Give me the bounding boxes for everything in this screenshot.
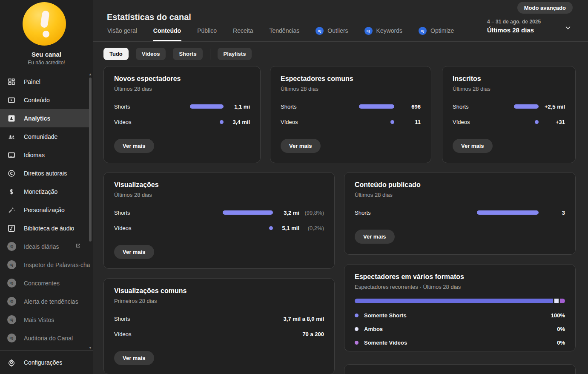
chip-label: Shorts xyxy=(179,51,196,57)
ver-mais-button[interactable]: Ver mais xyxy=(355,230,395,244)
sidebar-item-label: Conteúdo xyxy=(24,97,50,104)
legend-row: Ambos0% xyxy=(355,322,565,336)
format-filter-chips: TudoVídeosShortsPlaylists xyxy=(103,48,252,60)
dashboard-icon xyxy=(6,77,17,87)
metric-rows: Shorts3,7 mil a 8,0 milVídeos70 a 200 xyxy=(114,311,324,342)
sidebar-item-auditoria-do-canal[interactable]: IQAuditoria do Canal xyxy=(0,329,90,347)
sidebar-item-idiomas[interactable]: Idiomas xyxy=(0,146,90,164)
card-subtitle: Últimos 28 dias xyxy=(355,192,565,198)
sidebar-item-inspetor-de-palavras-chav[interactable]: IQInspetor de Palavras-chav xyxy=(0,256,90,274)
sidebar-item-painel[interactable]: Painel xyxy=(0,72,90,91)
vidiq-badge-icon: IQ xyxy=(419,27,427,35)
sidebar-item-analytics[interactable]: Analytics xyxy=(0,109,90,127)
tab-label: Optimize xyxy=(430,27,454,34)
vidiq-badge-icon: IQ xyxy=(364,27,373,35)
sidebar-item-comunidade[interactable]: Comunidade xyxy=(0,127,90,146)
metric-value: 3,4 mil xyxy=(229,119,250,125)
metric-row: Shorts3,2 mi(99,8%) xyxy=(114,205,324,220)
sidebar-item-alerta-de-tendencias[interactable]: IQAlerta de tendências xyxy=(0,292,90,311)
chip-divider xyxy=(210,49,210,60)
filter-chip-videos[interactable]: Vídeos xyxy=(136,48,166,60)
tab-keywords[interactable]: IQKeywords xyxy=(364,20,403,41)
scrollbar-thumb[interactable] xyxy=(89,78,92,242)
sidebar-item-label: Painel xyxy=(24,78,40,85)
sidebar-item-personalizacao[interactable]: Personalização xyxy=(0,201,90,219)
analytics-header: Estatísticas do canal Modo avançado Visã… xyxy=(93,0,588,42)
legend-row: Somente Shorts100% xyxy=(355,308,565,322)
vidiq-badge-icon: IQ xyxy=(316,27,324,35)
filter-chip-tudo[interactable]: Tudo xyxy=(103,48,129,60)
sidebar-item-label: Direitos autorais xyxy=(24,170,67,177)
stack-segment-somente-videos xyxy=(560,299,565,303)
card-subtitle: Espectadores recorrentes · Últimos 28 di… xyxy=(355,284,565,290)
ver-mais-button[interactable]: Ver mais xyxy=(281,139,321,153)
chevron-down-icon[interactable] xyxy=(563,23,573,34)
metric-label: Shorts xyxy=(281,104,297,110)
filter-chip-playlists[interactable]: Playlists xyxy=(218,48,252,60)
legend-dot xyxy=(355,314,359,317)
ver-mais-button[interactable]: Ver mais xyxy=(453,139,493,153)
chip-label: Playlists xyxy=(224,51,246,57)
advanced-mode-button[interactable]: Modo avançado xyxy=(517,2,573,14)
vidiq-badge-icon: IQ xyxy=(6,242,17,252)
sidebar-item-label: Configurações xyxy=(24,359,62,366)
scroll-up-icon[interactable]: ▲ xyxy=(88,72,93,77)
tab-outliers[interactable]: IQOutliers xyxy=(315,20,348,41)
content-icon xyxy=(6,95,17,105)
filter-chip-shorts[interactable]: Shorts xyxy=(173,48,202,60)
metric-value: 11 xyxy=(399,119,421,125)
sidebar-item-settings[interactable]: Configurações xyxy=(0,350,93,374)
card-new-viewers: Novos espectadoresÚltimos 28 diasShorts1… xyxy=(103,66,261,163)
legend-value: 0% xyxy=(557,339,565,346)
metric-row: Shorts3,7 mil a 8,0 mil xyxy=(114,311,324,326)
metric-dot xyxy=(269,226,273,230)
tab-receita[interactable]: Receita xyxy=(232,20,253,41)
card-subtitle: Últimos 28 dias xyxy=(453,86,565,92)
vidiq-badge-icon: IQ xyxy=(6,315,17,325)
metric-row: Vídeos3,4 mil xyxy=(114,114,250,129)
sidebar-item-ideais-diarias[interactable]: IQIdeais diárias xyxy=(0,237,90,256)
metric-label: Vídeos xyxy=(114,331,131,337)
monetization-icon xyxy=(6,187,17,197)
tab-optimize[interactable]: IQOptimize xyxy=(418,20,454,41)
channel-avatar[interactable] xyxy=(23,2,66,46)
ver-mais-button[interactable]: Ver mais xyxy=(114,245,154,259)
sidebar-item-label: Monetização xyxy=(24,188,57,195)
metric-rows: Shorts1,1 miVídeos3,4 mil xyxy=(114,99,250,129)
metric-row: Shorts696 xyxy=(281,99,421,114)
sidebar-item-biblioteca-de-audio[interactable]: Biblioteca de áudio xyxy=(0,219,90,237)
metric-label: Shorts xyxy=(114,210,130,216)
tab-visao-geral[interactable]: Visão geral xyxy=(107,20,138,41)
date-range-picker[interactable]: 4 – 31 de ago. de 2025 Últimos 28 dias xyxy=(487,19,541,34)
sidebar-item-mais-vistos[interactable]: IQMais Vistos xyxy=(0,311,90,329)
sidebar-item-concorrentes[interactable]: IQConcorrentes xyxy=(0,274,90,292)
exclamation-dot-icon xyxy=(42,30,50,38)
tab-label: Tendências xyxy=(270,27,300,34)
metric-value: 5,1 mil xyxy=(278,225,299,231)
scroll-down-icon[interactable]: ▼ xyxy=(88,346,93,350)
sidebar-item-conteudo[interactable]: Conteúdo xyxy=(0,91,90,109)
sidebar-scrollbar[interactable]: ▲ ▼ xyxy=(88,72,93,350)
vidiq-badge-icon: IQ xyxy=(6,278,17,288)
ver-mais-button[interactable]: Ver mais xyxy=(114,139,154,153)
vidiq-badge-icon: IQ xyxy=(6,296,17,307)
tab-label: Receita xyxy=(233,27,253,34)
card-title: Espectadores em vários formatos xyxy=(355,273,565,281)
tab-tendencias[interactable]: Tendências xyxy=(269,20,300,41)
sidebar-item-monetizacao[interactable]: Monetização xyxy=(0,182,90,201)
sidebar-item-label: Analytics xyxy=(24,115,50,122)
card-title: Conteúdo publicado xyxy=(355,181,565,189)
audio-library-icon xyxy=(6,223,17,233)
legend-label: Somente Vídeos xyxy=(364,339,407,346)
sidebar-item-direitos-autorais[interactable]: Direitos autorais xyxy=(0,164,90,182)
tab-conteudo[interactable]: Conteúdo xyxy=(153,20,181,41)
tab-label: Público xyxy=(197,27,217,34)
metric-dot xyxy=(220,120,224,124)
sidebar-item-label: Personalização xyxy=(24,207,65,213)
metric-label: Shorts xyxy=(355,210,371,216)
sidebar: Seu canal Eu não acredito! PainelConteúd… xyxy=(0,0,93,374)
metric-row: Vídeos70 a 200 xyxy=(114,326,324,342)
ver-mais-button[interactable]: Ver mais xyxy=(114,351,154,365)
tab-publico[interactable]: Público xyxy=(197,20,217,41)
sidebar-item-label: Idiomas xyxy=(24,152,45,158)
